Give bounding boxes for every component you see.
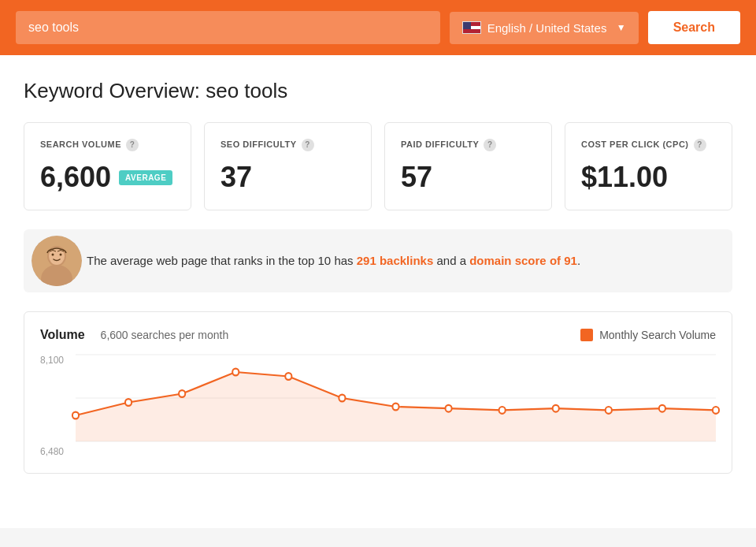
search-volume-value: 6,600 AVERAGE — [40, 161, 175, 194]
seo-difficulty-value: 37 — [220, 161, 355, 194]
svg-point-12 — [232, 369, 239, 376]
insight-text: The average web page that ranks in the t… — [87, 251, 580, 270]
chart-y-labels: 8,100 6,480 — [40, 355, 76, 457]
chart-section: Volume 6,600 searches per month Monthly … — [24, 311, 732, 474]
metric-paid-difficulty: PAID DIFFICULTY ? 57 — [384, 122, 552, 210]
y-label-bottom: 6,480 — [40, 446, 69, 457]
y-label-top: 8,100 — [40, 355, 69, 366]
cpc-help-icon[interactable]: ? — [694, 139, 706, 151]
keyword-in-title: seo tools — [206, 79, 287, 102]
svg-point-13 — [285, 373, 291, 380]
top-bar: English / United States ▼ Search — [0, 0, 756, 55]
metric-cpc: COST PER CLICK (CPC) ? $11.00 — [565, 122, 732, 210]
svg-point-16 — [446, 405, 452, 412]
svg-point-10 — [125, 399, 132, 406]
svg-point-20 — [659, 405, 665, 412]
insight-bar: The average web page that ranks in the t… — [24, 229, 732, 292]
page-title: Keyword Overview: seo tools — [24, 79, 732, 103]
language-selector[interactable]: English / United States ▼ — [450, 12, 639, 44]
chart-subtitle: 6,600 searches per month — [101, 329, 229, 341]
chevron-down-icon: ▼ — [617, 22, 626, 33]
paid-difficulty-label: PAID DIFFICULTY — [401, 139, 479, 151]
average-badge: AVERAGE — [119, 170, 172, 185]
metric-seo-difficulty: SEO DIFFICULTY ? 37 — [204, 122, 372, 210]
search-volume-label: SEARCH VOLUME — [40, 139, 121, 151]
line-chart-svg — [76, 355, 716, 441]
svg-point-19 — [606, 407, 612, 414]
legend-color-box — [580, 329, 593, 341]
chart-legend: Monthly Search Volume — [580, 329, 716, 341]
paid-difficulty-value: 57 — [401, 161, 536, 194]
cpc-label: COST PER CLICK (CPC) — [581, 139, 689, 151]
chart-title: Volume — [40, 328, 85, 342]
flag-icon — [462, 21, 481, 34]
svg-point-21 — [713, 407, 719, 414]
language-label: English / United States — [487, 21, 607, 35]
cpc-value: $11.00 — [581, 161, 716, 194]
metrics-row: SEARCH VOLUME ? 6,600 AVERAGE SEO DIFFIC… — [24, 122, 732, 210]
search-button[interactable]: Search — [648, 11, 740, 44]
seo-difficulty-label: SEO DIFFICULTY — [220, 139, 297, 151]
svg-point-4 — [52, 254, 54, 256]
svg-point-18 — [553, 405, 559, 412]
chart-header: Volume 6,600 searches per month Monthly … — [40, 328, 716, 342]
seo-difficulty-help-icon[interactable]: ? — [302, 139, 314, 151]
domain-score-highlight: domain score of 91 — [469, 254, 577, 267]
search-volume-help-icon[interactable]: ? — [126, 139, 139, 151]
svg-point-14 — [339, 395, 345, 402]
svg-point-11 — [179, 390, 185, 397]
legend-label: Monthly Search Volume — [599, 329, 716, 341]
svg-point-5 — [60, 254, 62, 256]
metric-search-volume: SEARCH VOLUME ? 6,600 AVERAGE — [24, 122, 191, 210]
paid-difficulty-help-icon[interactable]: ? — [484, 139, 496, 151]
svg-point-2 — [49, 247, 65, 265]
chart-area: 8,100 6,480 — [40, 355, 716, 457]
avatar — [32, 236, 82, 286]
svg-point-9 — [72, 412, 79, 419]
svg-point-15 — [392, 404, 398, 411]
backlinks-highlight: 291 backlinks — [357, 254, 434, 267]
chart-graph — [76, 355, 716, 441]
svg-point-17 — [499, 407, 506, 414]
keyword-input[interactable] — [16, 11, 440, 44]
